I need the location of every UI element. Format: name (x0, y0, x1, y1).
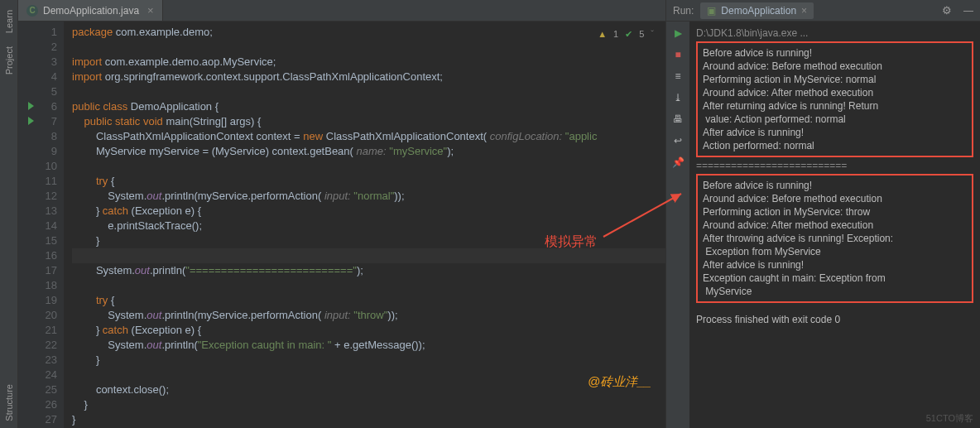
sidebar-tab-project[interactable]: Project (2, 40, 16, 81)
run-header: Run: ▣ DemoApplication × ⚙ — (666, 0, 980, 22)
rerun-icon[interactable]: ▶ (671, 26, 685, 40)
file-tab-demoapplication[interactable]: C DemoApplication.java × (18, 0, 163, 21)
left-sidebar: Learn Project Structure (0, 0, 18, 428)
wrap-icon[interactable]: ↩ (671, 134, 685, 147)
watermark: 51CTO博客 (926, 412, 973, 425)
stop-icon[interactable]: ■ (671, 48, 685, 61)
run-config-name: DemoApplication (721, 5, 796, 17)
sidebar-tab-learn[interactable]: Learn (2, 3, 16, 40)
pin-icon[interactable]: 📌 (671, 156, 685, 169)
layout-icon[interactable]: ≡ (671, 70, 685, 83)
inspection-indicator[interactable]: ▲1 ✔5 ˇ (598, 26, 654, 41)
code-area[interactable]: package com.example.demo; import com.exa… (64, 22, 665, 428)
close-icon[interactable]: × (147, 4, 154, 17)
run-toolbar: ▶ ■ ≡ ⤓ 🖶 ↩ 📌 (666, 22, 689, 428)
print-icon[interactable]: 🖶 (671, 113, 685, 126)
scroll-icon[interactable]: ⤓ (671, 91, 685, 104)
gear-icon[interactable]: ⚙ (942, 4, 952, 17)
editor-gutter[interactable]: 1234567891011121314151617181920212223242… (18, 22, 64, 428)
info-icon: ✔ (625, 26, 632, 41)
run-label: Run: (673, 5, 694, 17)
chevron-icon: ˇ (651, 26, 654, 41)
editor-tabbar: C DemoApplication.java × (18, 0, 665, 22)
editor-body[interactable]: ▲1 ✔5 ˇ 12345678910111213141516171819202… (18, 22, 665, 428)
minimize-icon[interactable]: — (963, 5, 973, 17)
java-class-icon: C (26, 5, 38, 17)
editor-pane: C DemoApplication.java × ▲1 ✔5 ˇ 1234567… (18, 0, 665, 428)
console-output[interactable]: D:\JDK1.8\bin\java.exe ...Before advice … (689, 22, 980, 428)
warning-icon: ▲ (598, 26, 607, 41)
info-count: 5 (639, 26, 644, 41)
run-pane: Run: ▣ DemoApplication × ⚙ — ▶ ■ ≡ ⤓ 🖶 ↩… (665, 0, 980, 428)
run-config-icon: ▣ (707, 5, 716, 17)
file-tab-label: DemoApplication.java (43, 5, 139, 17)
sidebar-tab-structure[interactable]: Structure (2, 378, 16, 428)
close-icon[interactable]: × (801, 5, 807, 17)
warning-count: 1 (613, 26, 618, 41)
run-config-tab[interactable]: ▣ DemoApplication × (700, 2, 814, 19)
